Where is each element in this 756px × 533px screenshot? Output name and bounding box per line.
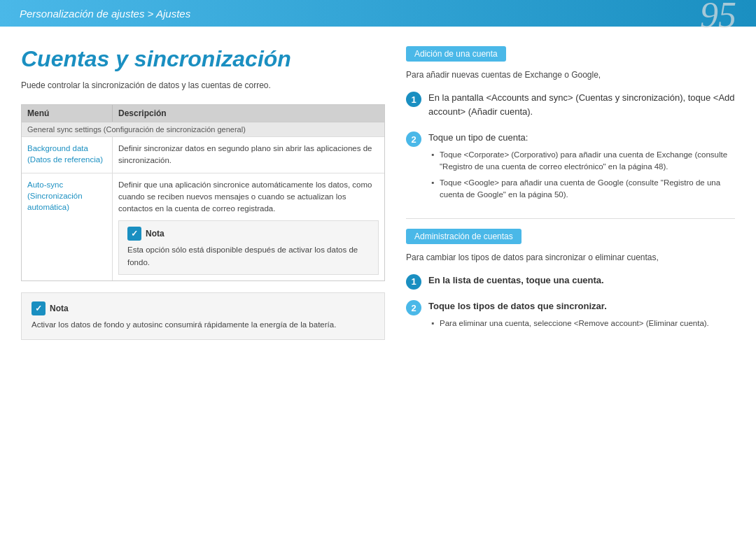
bottom-note-text: Activar los datos de fondo y autosinc co… [31, 319, 374, 331]
section-badge-add: Adición de una cuenta [406, 46, 506, 62]
step-num-m1: 1 [406, 274, 421, 290]
section-add-account: Adición de una cuenta Para añadir nuevas… [406, 46, 735, 206]
menu-cell-autosync: Auto-sync (Sincronización automática) [22, 173, 113, 280]
bullet-list-manage: Para eliminar una cuenta, seleccione <Re… [428, 318, 735, 329]
note-header: ✓ Nota [127, 227, 370, 241]
col-desc-header: Descripción [113, 105, 384, 122]
step-1-add: 1 En la pantalla <Accounts and sync> (Cu… [406, 91, 735, 122]
main-content: Cuentas y sincronización Puede controlar… [0, 27, 756, 533]
note-icon: ✓ [127, 227, 141, 241]
subtitle: Puede controlar la sincronización de dat… [21, 79, 385, 92]
step-content-1: En la pantalla <Accounts and sync> (Cuen… [428, 91, 735, 122]
col-menu-header: Menú [22, 105, 113, 122]
desc-cell-autosync: Definir que una aplicación sincronice au… [113, 173, 384, 280]
bottom-note: ✓ Nota Activar los datos de fondo y auto… [21, 292, 385, 340]
breadcrumb: Personalización de ajustes > Ajustes [20, 8, 190, 20]
step-num-2: 2 [406, 132, 421, 147]
desc-cell-background: Definir sincronizar datos en segundo pla… [113, 137, 384, 173]
bottom-note-icon: ✓ [31, 301, 46, 315]
section-manage-account: Administración de cuentas Para cambiar l… [406, 229, 735, 334]
steps-add-account: 1 En la pantalla <Accounts and sync> (Cu… [406, 91, 735, 206]
bottom-note-label: Nota [50, 304, 69, 313]
step-title-1: En la pantalla <Accounts and sync> (Cuen… [428, 91, 735, 118]
step-2-manage: 2 Toque los tipos de datos que sincroniz… [406, 299, 735, 334]
inline-note: ✓ Nota Esta opción sólo está disponible … [118, 220, 379, 275]
right-column: Adición de una cuenta Para añadir nuevas… [406, 46, 735, 519]
step-1-manage: 1 En la lista de cuentas, toque una cuen… [406, 273, 735, 292]
bottom-note-header: ✓ Nota [31, 301, 374, 315]
top-bar: Personalización de ajustes > Ajustes 95 [0, 0, 756, 27]
step-content-m1: En la lista de cuentas, toque una cuenta… [428, 273, 735, 292]
step-num-1: 1 [406, 92, 421, 107]
note-text: Esta opción sólo está disponible después… [127, 244, 370, 269]
list-item: Toque <Google> para añadir una cuenta de… [431, 177, 735, 201]
page-number: 95 [700, 0, 736, 36]
step-content-2: Toque un tipo de cuenta: Toque <Corporat… [428, 131, 735, 206]
section-divider [406, 218, 735, 219]
settings-table: Menú Descripción General sync settings (… [21, 104, 385, 281]
table-row: Background data (Datos de referencia) De… [22, 136, 384, 173]
menu-cell-background: Background data (Datos de referencia) [22, 137, 113, 173]
list-item: Toque <Corporate> (Corporativo) para aña… [431, 149, 735, 173]
list-item: Para eliminar una cuenta, seleccione <Re… [431, 318, 735, 329]
section-intro-manage: Para cambiar los tipos de datos para sin… [406, 251, 735, 264]
step-content-m2: Toque los tipos de datos que sincronizar… [428, 299, 735, 334]
page-title: Cuentas y sincronización [21, 46, 385, 72]
table-row: Auto-sync (Sincronización automática) De… [22, 173, 384, 280]
note-label: Nota [146, 227, 164, 240]
table-header: Menú Descripción [22, 105, 384, 122]
general-sync-row: General sync settings (Configuración de … [22, 122, 384, 136]
section-intro-add: Para añadir nuevas cuentas de Exchange o… [406, 69, 735, 81]
step-2-add: 2 Toque un tipo de cuenta: Toque <Corpor… [406, 131, 735, 206]
step-num-m2: 2 [406, 300, 421, 315]
step-title-m2: Toque los tipos de datos que sincronizar… [428, 299, 735, 313]
section-badge-manage: Administración de cuentas [406, 229, 522, 244]
left-column: Cuentas y sincronización Puede controlar… [21, 46, 385, 519]
step-title-m1: En la lista de cuentas, toque una cuenta… [428, 273, 735, 287]
step-title-2: Toque un tipo de cuenta: [428, 131, 735, 145]
bullet-list-add: Toque <Corporate> (Corporativo) para aña… [428, 149, 735, 201]
steps-manage-account: 1 En la lista de cuentas, toque una cuen… [406, 273, 735, 334]
